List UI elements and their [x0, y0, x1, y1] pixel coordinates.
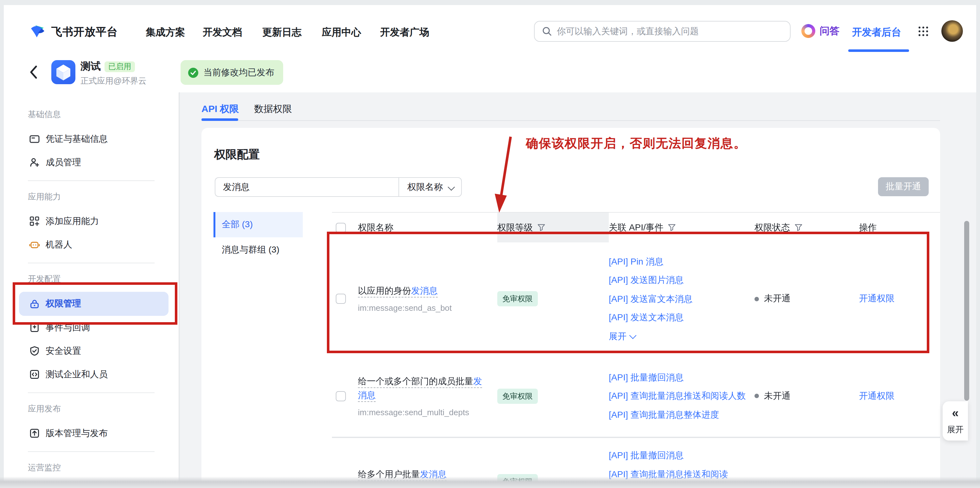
- api-link[interactable]: [API] 批量撤回消息: [609, 449, 754, 462]
- sidebar-section-label: 基础信息: [28, 108, 179, 121]
- status-badge: 已启用: [105, 62, 135, 72]
- sidebar-item-版本管理与发布[interactable]: 版本管理与发布: [19, 421, 169, 445]
- open-permission-link[interactable]: 开通权限: [859, 390, 894, 402]
- avatar[interactable]: [941, 20, 963, 42]
- qa-link[interactable]: 问答: [801, 24, 839, 38]
- permission-search-input[interactable]: 发消息: [215, 177, 398, 197]
- publish-status-banner: 当前修改均已发布: [181, 60, 283, 85]
- global-search-input[interactable]: 你可以输入关键词，或直接输入问题: [534, 21, 791, 42]
- sidebar-divider: [28, 451, 154, 452]
- publish-icon: [29, 428, 40, 439]
- status-text: 未开通: [764, 390, 791, 402]
- row-name-cell: 给一个或多个部门的成员批量发消息im:message:send_multi_de…: [358, 355, 497, 437]
- brand-title: 飞书开放平台: [51, 25, 118, 39]
- row-checkbox[interactable]: [336, 391, 346, 401]
- row-api-cell: [API] 批量撤回消息[API] 查询批量消息推送和阅读人数[API] 查询批…: [609, 355, 754, 437]
- double-chevron-left-icon: «: [952, 407, 958, 419]
- annotation-box-row: [327, 232, 929, 353]
- active-tab-underline: [202, 118, 238, 120]
- annotation-arrow: [489, 133, 525, 215]
- tab-数据权限[interactable]: 数据权限: [254, 103, 292, 115]
- permission-name[interactable]: 给一个或多个部门的成员批量发消息: [358, 374, 484, 402]
- row-checkbox-cell: [332, 355, 358, 437]
- sidebar-item-测试企业和人员[interactable]: 测试企业和人员: [19, 363, 169, 386]
- sidebar-item-成员管理[interactable]: 成员管理: [19, 151, 169, 174]
- feishu-logo-icon: [30, 23, 47, 40]
- sidebar-item-凭证与基础信息[interactable]: 凭证与基础信息: [19, 127, 169, 151]
- code-icon: [29, 369, 40, 380]
- nav-item-1[interactable]: 开发文档: [203, 26, 242, 39]
- shield-icon: [29, 345, 40, 356]
- sidebar-item-安全设置[interactable]: 安全设置: [19, 339, 169, 363]
- api-link[interactable]: [API] 批量撤回消息: [609, 371, 754, 384]
- sidebar-item-label: 机器人: [46, 239, 72, 250]
- robot-icon: [29, 239, 40, 250]
- row-action-cell: 开通权限: [859, 355, 940, 437]
- nav-item-0[interactable]: 集成方案: [146, 26, 185, 39]
- check-circle-icon: [188, 67, 198, 78]
- api-link[interactable]: [API] 查询批量消息推送和阅读人数: [609, 389, 754, 402]
- active-nav-underline: [848, 49, 909, 52]
- qa-gradient-icon: [801, 24, 815, 38]
- sidebar-item-label: 测试企业和人员: [46, 369, 108, 380]
- banner-text: 当前修改均已发布: [204, 67, 274, 78]
- category-label: 全部 (3): [222, 219, 253, 230]
- nav-item-2[interactable]: 更新日志: [262, 26, 302, 39]
- permission-code: im:message:send_multi_depts: [358, 407, 484, 418]
- table-row: 给一个或多个部门的成员批量发消息im:message:send_multi_de…: [332, 355, 940, 437]
- level-tag: 免审权限: [497, 388, 538, 404]
- app-icon: [51, 60, 75, 84]
- back-icon[interactable]: [29, 65, 38, 79]
- row-level-cell: 免审权限: [497, 355, 609, 437]
- filter-icon[interactable]: [537, 223, 546, 232]
- permission-search-bar: 发消息 权限名称: [215, 177, 462, 197]
- sidebar-divider: [28, 263, 154, 263]
- developer-console-link[interactable]: 开发者后台: [852, 26, 901, 39]
- scrollbar-thumb[interactable]: [964, 221, 969, 401]
- sidebar-item-label: 安全设置: [46, 345, 81, 356]
- sidebar-item-label: 版本管理与发布: [46, 428, 108, 439]
- top-navbar: 飞书开放平台 集成方案开发文档更新日志应用中心开发者广场 你可以输入关键词，或直…: [4, 5, 976, 52]
- category-消息与群组 (3)[interactable]: 消息与群组 (3): [213, 238, 303, 263]
- nav-item-4[interactable]: 开发者广场: [380, 26, 429, 39]
- filter-icon[interactable]: [794, 223, 803, 232]
- apps-grid-icon[interactable]: [918, 27, 929, 37]
- sidebar-item-添加应用能力[interactable]: 添加应用能力: [19, 209, 169, 233]
- screenshot-bottom-fade: [0, 477, 980, 488]
- annotation-box-sidebar: [13, 282, 177, 325]
- nav-item-3[interactable]: 应用中心: [322, 26, 361, 39]
- category-label: 消息与群组 (3): [222, 244, 279, 256]
- sidebar-section-label: 应用发布: [28, 402, 179, 415]
- page-title: 权限配置: [214, 147, 260, 162]
- grid-plus-icon: [29, 216, 40, 227]
- id-card-icon: [29, 133, 40, 144]
- member-add-icon: [29, 157, 40, 168]
- annotation-note: 确保该权限开启，否则无法回复消息。: [526, 135, 746, 152]
- category-active-bar: [213, 238, 215, 263]
- search-placeholder: 你可以输入关键词，或直接输入问题: [557, 25, 699, 37]
- sidebar-section-label: 应用能力: [28, 190, 179, 203]
- app-header: 测试 已启用 正式应用@环界云 当前修改均已发布: [4, 52, 976, 93]
- tab-divider: [202, 120, 940, 121]
- expand-panel-button[interactable]: « 展开: [943, 401, 968, 440]
- tab-API 权限[interactable]: API 权限: [202, 103, 239, 115]
- sidebar-item-机器人[interactable]: 机器人: [19, 233, 169, 256]
- app-subtitle: 正式应用@环界云: [80, 75, 146, 87]
- search-icon: [542, 27, 552, 36]
- sidebar-item-label: 添加应用能力: [46, 215, 99, 227]
- api-link[interactable]: [API] 查询批量消息整体进度: [609, 408, 754, 421]
- select-all-checkbox[interactable]: [336, 222, 346, 233]
- sidebar-divider: [28, 393, 154, 393]
- filter-icon[interactable]: [668, 223, 676, 232]
- row-status-cell: 未开通: [754, 355, 859, 437]
- search-filter-select[interactable]: 权限名称: [398, 177, 462, 197]
- sidebar-item-label: 成员管理: [46, 157, 81, 168]
- category-全部 (3)[interactable]: 全部 (3): [213, 212, 303, 238]
- bulk-open-button[interactable]: 批量开通: [878, 177, 929, 196]
- name-text: 给一个或多个部门的成员批量: [358, 376, 473, 386]
- status-dot-icon: [754, 394, 759, 398]
- app-name: 测试: [80, 60, 101, 73]
- sidebar-section-label: 运营监控: [28, 461, 179, 474]
- sidebar-item-label: 凭证与基础信息: [46, 133, 108, 145]
- chevron-down-icon: [448, 183, 455, 190]
